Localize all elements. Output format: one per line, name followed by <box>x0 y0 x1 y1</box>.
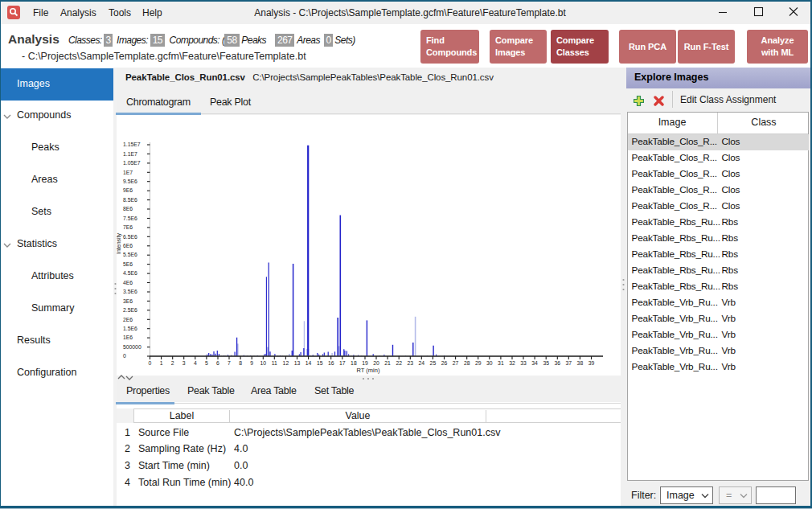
svg-text:23: 23 <box>408 360 414 366</box>
svg-text:28: 28 <box>464 360 470 366</box>
svg-text:Intensity: Intensity <box>117 232 122 254</box>
svg-text:30: 30 <box>486 360 493 366</box>
svg-text:9.5E6: 9.5E6 <box>123 179 137 184</box>
svg-text:15: 15 <box>317 360 323 366</box>
svg-text:10: 10 <box>260 360 267 366</box>
svg-text:1: 1 <box>160 360 163 366</box>
svg-text:32: 32 <box>509 360 515 366</box>
svg-text:6E6: 6E6 <box>123 243 133 248</box>
svg-text:0: 0 <box>123 353 126 359</box>
svg-text:4: 4 <box>194 360 197 366</box>
svg-text:9E6: 9E6 <box>123 187 133 193</box>
svg-text:34: 34 <box>531 360 538 366</box>
svg-text:5: 5 <box>205 360 208 366</box>
svg-text:37: 37 <box>566 360 572 366</box>
svg-text:6: 6 <box>216 360 219 366</box>
svg-text:1.1E7: 1.1E7 <box>123 151 137 157</box>
svg-text:26: 26 <box>441 360 448 366</box>
svg-text:2: 2 <box>171 360 174 366</box>
svg-text:7.5E6: 7.5E6 <box>123 216 137 221</box>
svg-text:11: 11 <box>272 360 277 366</box>
svg-text:31: 31 <box>498 360 504 366</box>
svg-text:20: 20 <box>373 360 379 366</box>
svg-text:2.5E6: 2.5E6 <box>123 307 137 313</box>
svg-text:17: 17 <box>339 360 346 366</box>
svg-text:12: 12 <box>283 360 289 366</box>
svg-text:RT (min): RT (min) <box>357 367 380 374</box>
svg-text:5E6: 5E6 <box>123 261 133 267</box>
svg-text:9: 9 <box>250 360 253 366</box>
svg-text:4.5E6: 4.5E6 <box>123 270 137 276</box>
svg-text:33: 33 <box>520 360 527 366</box>
svg-text:18: 18 <box>351 360 357 366</box>
svg-text:1.05E7: 1.05E7 <box>123 160 141 166</box>
svg-text:1.15E7: 1.15E7 <box>123 142 141 147</box>
svg-text:4E6: 4E6 <box>123 280 133 285</box>
svg-text:0: 0 <box>149 360 152 366</box>
svg-text:13: 13 <box>294 360 301 366</box>
svg-text:8: 8 <box>239 360 242 366</box>
svg-text:24: 24 <box>419 360 425 366</box>
svg-text:5.5E6: 5.5E6 <box>123 252 137 257</box>
svg-text:3: 3 <box>182 360 186 366</box>
svg-text:2E6: 2E6 <box>123 317 133 322</box>
svg-text:500000: 500000 <box>123 344 141 350</box>
svg-text:38: 38 <box>577 360 584 366</box>
svg-text:25: 25 <box>430 360 437 366</box>
svg-text:36: 36 <box>555 360 561 366</box>
svg-text:6.5E6: 6.5E6 <box>123 234 137 240</box>
svg-text:35: 35 <box>543 360 549 366</box>
svg-text:3.5E6: 3.5E6 <box>123 289 137 294</box>
svg-text:16: 16 <box>328 360 334 366</box>
svg-text:8.5E6: 8.5E6 <box>123 197 137 203</box>
svg-text:29: 29 <box>475 360 482 366</box>
svg-text:7E6: 7E6 <box>123 224 133 230</box>
svg-text:3E6: 3E6 <box>123 298 133 304</box>
svg-text:27: 27 <box>453 360 459 366</box>
svg-text:21: 21 <box>384 360 391 366</box>
svg-text:19: 19 <box>362 360 368 366</box>
svg-text:8E6: 8E6 <box>123 206 133 211</box>
svg-text:1.5E6: 1.5E6 <box>123 326 137 331</box>
svg-text:14: 14 <box>306 360 312 366</box>
svg-text:1E6: 1E6 <box>123 335 133 340</box>
svg-text:22: 22 <box>396 360 402 366</box>
svg-text:39: 39 <box>588 360 595 366</box>
svg-text:7: 7 <box>228 360 231 366</box>
svg-text:1E7: 1E7 <box>123 170 133 175</box>
